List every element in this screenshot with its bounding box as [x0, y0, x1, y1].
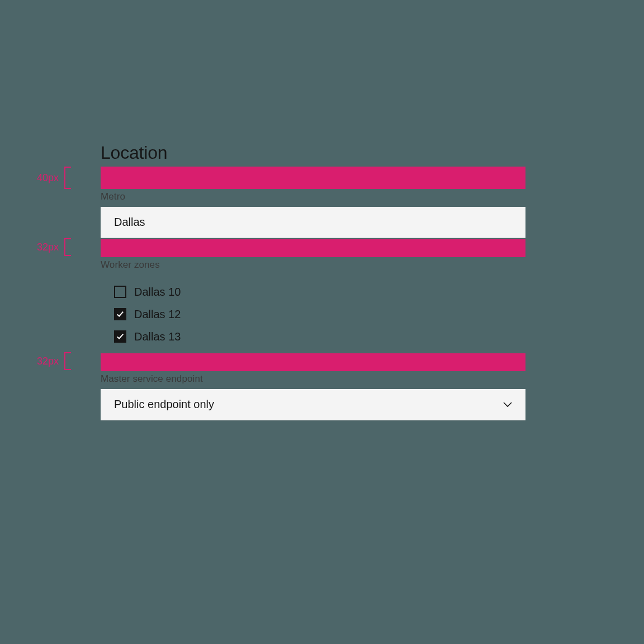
spacing-label: 32px — [37, 242, 59, 253]
checkbox-dallas-13[interactable] — [114, 330, 126, 343]
bracket-icon — [64, 238, 71, 256]
spacing-block-40 — [101, 167, 525, 189]
checkbox-label: Dallas 13 — [134, 330, 181, 343]
spacing-annotation-40: 40px — [37, 167, 71, 189]
spacing-label: 32px — [37, 356, 59, 367]
checkbox-dallas-12[interactable] — [114, 308, 126, 320]
worker-zones-group: Dallas 10 Dallas 12 Dallas 13 — [101, 275, 525, 353]
metro-value: Dallas — [114, 216, 145, 229]
worker-zone-row: Dallas 13 — [114, 325, 525, 348]
spacing-annotation-32b: 32px — [37, 352, 71, 370]
checkmark-icon — [116, 310, 124, 318]
section-title: Location — [101, 143, 525, 163]
master-endpoint-select[interactable]: Public endpoint only — [101, 389, 525, 420]
checkbox-dallas-10[interactable] — [114, 286, 126, 298]
worker-zones-label: Worker zones — [101, 259, 525, 271]
spacing-label: 40px — [37, 172, 59, 184]
bracket-icon — [64, 352, 71, 370]
metro-label: Metro — [101, 191, 525, 202]
spacing-block-32a — [101, 239, 525, 257]
checkbox-label: Dallas 12 — [134, 308, 181, 321]
chevron-down-icon — [503, 402, 512, 408]
spacing-annotation-32a: 32px — [37, 238, 71, 256]
metro-select[interactable]: Dallas — [101, 207, 525, 238]
location-form: Location Metro Dallas Worker zones Dalla… — [101, 143, 525, 422]
master-endpoint-label: Master service endpoint — [101, 373, 525, 385]
checkbox-label: Dallas 10 — [134, 286, 181, 299]
checkmark-icon — [116, 333, 124, 340]
master-endpoint-value: Public endpoint only — [114, 398, 214, 411]
worker-zone-row: Dallas 10 — [114, 281, 525, 303]
worker-zone-row: Dallas 12 — [114, 303, 525, 325]
spacing-block-32b — [101, 353, 525, 371]
bracket-icon — [64, 167, 71, 189]
